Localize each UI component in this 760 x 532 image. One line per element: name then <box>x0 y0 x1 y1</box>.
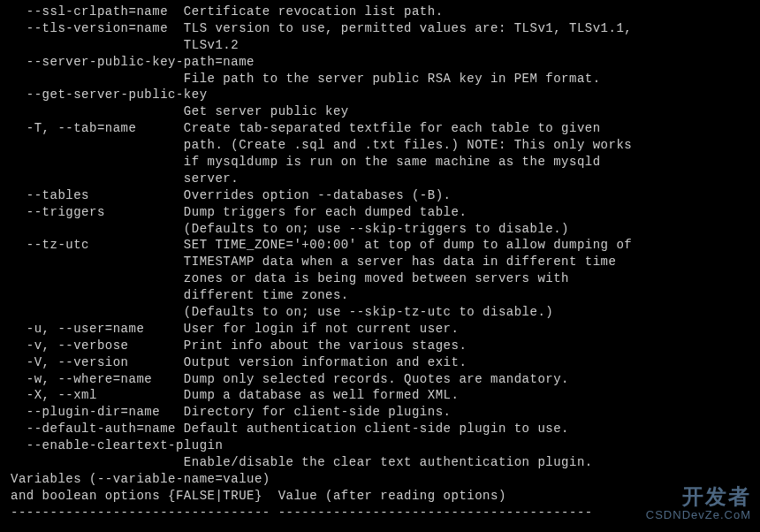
help-line: --------------------------------- ------… <box>11 505 749 521</box>
help-line: zones or data is being moved between ser… <box>11 270 749 287</box>
help-line: --tls-version=name TLS version to use, p… <box>11 20 749 37</box>
help-line: -w, --where=name Dump only selected reco… <box>11 371 749 388</box>
help-line: TLSv1.2 <box>11 37 749 54</box>
help-line: server. <box>11 171 749 187</box>
help-line: --triggers Dump triggers for each dumped… <box>11 204 749 221</box>
help-line: and boolean options {FALSE|TRUE} Value (… <box>11 488 749 505</box>
help-line: --enable-cleartext-plugin <box>11 437 749 454</box>
help-line: --ssl-crlpath=name Certificate revocatio… <box>11 4 749 20</box>
help-line: path. (Create .sql and .txt files.) NOTE… <box>11 137 749 154</box>
help-line: Variables (--variable-name=value) <box>11 471 749 488</box>
help-line: --plugin-dir=name Directory for client-s… <box>11 404 749 421</box>
help-line: -V, --version Output version information… <box>11 354 749 371</box>
help-line: Get server public key <box>11 103 749 120</box>
terminal-output: --ssl-crlpath=name Certificate revocatio… <box>11 4 749 521</box>
help-line: File path to the server public RSA key i… <box>11 71 749 87</box>
help-line: TIMESTAMP data when a server has data in… <box>11 254 749 270</box>
help-line: -T, --tab=name Create tab-separated text… <box>11 120 749 137</box>
help-line: -X, --xml Dump a database as well formed… <box>11 387 749 404</box>
help-line: --tables Overrides option --databases (-… <box>11 187 749 204</box>
help-line: -u, --user=name User for login if not cu… <box>11 321 749 338</box>
help-line: Enable/disable the clear text authentica… <box>11 454 749 471</box>
help-line: (Defaults to on; use --skip-triggers to … <box>11 221 749 238</box>
help-line: --server-public-key-path=name <box>11 54 749 71</box>
help-line: --default-auth=name Default authenticati… <box>11 421 749 437</box>
help-line: --tz-utc SET TIME_ZONE='+00:00' at top o… <box>11 237 749 254</box>
help-line: different time zones. <box>11 287 749 304</box>
help-line: (Defaults to on; use --skip-tz-utc to di… <box>11 304 749 321</box>
help-line: --get-server-public-key <box>11 87 749 103</box>
help-line: if mysqldump is run on the same machine … <box>11 154 749 171</box>
help-line: -v, --verbose Print info about the vario… <box>11 338 749 354</box>
